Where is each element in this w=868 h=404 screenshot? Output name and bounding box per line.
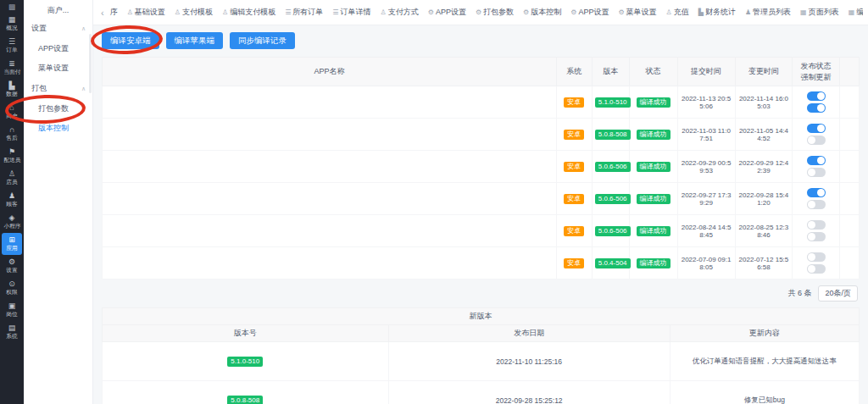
sidebar-module-item[interactable]: ▤ 系统 bbox=[2, 321, 22, 343]
sidebar-module-item[interactable]: ▙ 数据 bbox=[2, 79, 22, 101]
col-release-date: 发布日期 bbox=[388, 325, 670, 342]
module-icon: ⊙ bbox=[8, 279, 15, 288]
cell-release-date: 2022-09-28 15:25:12 bbox=[388, 381, 670, 404]
module-label: 售后 bbox=[6, 134, 17, 141]
tab-item[interactable]: ▦ 页面列表 bbox=[800, 7, 839, 18]
tab-item[interactable]: ☰ 所有订单 bbox=[285, 7, 323, 18]
tab-item[interactable]: ⚙ 版本控制 bbox=[523, 7, 561, 18]
sidebar-module-item[interactable]: ♙ 店员 bbox=[2, 167, 22, 189]
tab-item[interactable]: ⚙ 菜单设置 bbox=[618, 7, 656, 18]
tab-icon: ▦ bbox=[849, 8, 855, 16]
force-update-toggle[interactable] bbox=[807, 264, 826, 274]
module-icon: ♙ bbox=[8, 169, 15, 178]
module-label: 小程序 bbox=[3, 222, 20, 230]
cell-app-name bbox=[103, 247, 557, 279]
sidebar-module-item[interactable]: ⚙ 设置 bbox=[2, 255, 22, 277]
build-table-header-row: APP名称 系统 版本 状态 提交时间 变更时间 发布状态 强制更新 bbox=[103, 58, 860, 86]
sync-compile-records-button[interactable]: 同步编译记录 bbox=[230, 32, 295, 49]
module-icon: ▦ bbox=[8, 15, 16, 24]
version-badge: 5.0.8-508 bbox=[227, 396, 263, 404]
force-update-toggle[interactable] bbox=[807, 200, 826, 209]
publish-status-toggle[interactable] bbox=[807, 91, 826, 101]
tab-label: 版本控制 bbox=[531, 7, 561, 18]
scroll-left-icon[interactable]: ‹ bbox=[97, 8, 108, 18]
tab-label: 序 bbox=[110, 7, 118, 18]
table-row: 安卓 5.0.8-508 编译成功 2022-11-03 11:07:51 20… bbox=[103, 119, 860, 151]
sidebar-module-item[interactable]: ⌂ 商户 bbox=[2, 101, 22, 123]
force-update-toggle[interactable] bbox=[807, 103, 826, 113]
publish-status-toggle[interactable] bbox=[807, 188, 826, 197]
col-submit-time: 提交时间 bbox=[677, 58, 735, 86]
page-size-select[interactable]: 20条/页 bbox=[818, 285, 858, 302]
tab-item[interactable]: ♙ 支付模板 bbox=[175, 7, 213, 18]
force-update-toggle[interactable] bbox=[807, 136, 826, 145]
cell-toggles bbox=[793, 119, 839, 151]
submenu-item-menu-settings[interactable]: 菜单设置 bbox=[24, 58, 92, 78]
tab-item[interactable]: ▦ 编辑自定义页面 bbox=[849, 7, 863, 18]
sidebar-module-item[interactable]: ⊞ 应用 bbox=[2, 233, 22, 255]
sidebar-module-item[interactable]: ♟ 顾客 bbox=[2, 189, 22, 211]
status-badge: 编译成功 bbox=[637, 226, 670, 236]
cell-version-number: 5.0.8-508 bbox=[103, 381, 389, 404]
tab-item[interactable]: ▙ 财务统计 bbox=[698, 7, 736, 18]
tab-item[interactable]: ⚙ APP设置 bbox=[428, 7, 466, 18]
release-row: 5.0.8-508 2022-09-28 15:25:12 修复已知bug bbox=[103, 381, 860, 404]
tab-item[interactable]: ⚙ 打包参数 bbox=[476, 7, 514, 18]
pagination: 共 6 条 20条/页 bbox=[102, 279, 860, 307]
cell-extra bbox=[839, 151, 859, 183]
submenu-scrollbar[interactable] bbox=[89, 34, 92, 93]
sidebar-module-item[interactable]: ⚑ 配送员 bbox=[2, 145, 22, 167]
publish-status-toggle[interactable] bbox=[807, 156, 826, 165]
cell-extra bbox=[839, 247, 859, 279]
cell-system: 安卓 bbox=[556, 247, 592, 279]
tab-icon: ♙ bbox=[381, 8, 387, 16]
force-update-toggle[interactable] bbox=[807, 168, 826, 177]
compile-android-button[interactable]: 编译安卓端 bbox=[102, 32, 159, 49]
publish-status-toggle[interactable] bbox=[807, 252, 826, 262]
primary-sidebar-nav: ▦ 概况 ☰ 订单 ≣ 当面付 ▙ 数据 bbox=[0, 13, 24, 343]
cell-system: 安卓 bbox=[556, 215, 592, 247]
sidebar-module-item[interactable]: ≣ 当面付 bbox=[2, 57, 22, 79]
cell-status: 编译成功 bbox=[629, 151, 677, 183]
cell-update-content: 优化订单通知语音提醒，大大提高通知送达率 bbox=[670, 342, 859, 381]
cell-status: 编译成功 bbox=[629, 119, 677, 151]
tab-item[interactable]: 序 bbox=[108, 7, 118, 18]
module-label: 订单 bbox=[6, 46, 17, 53]
tab-item[interactable]: ⚙ APP设置 bbox=[570, 7, 609, 18]
open-tabs: 序 ♙ 基础设置 ♙ 支付模板 ♙ 编辑支付模板 bbox=[108, 7, 863, 18]
force-update-toggle[interactable] bbox=[807, 232, 826, 241]
col-force-update: 强制更新 bbox=[793, 72, 838, 83]
tab-item[interactable]: ♙ 编辑支付模板 bbox=[222, 7, 275, 18]
tab-item[interactable]: ☰ 订单详情 bbox=[332, 7, 370, 18]
col-system: 系统 bbox=[556, 58, 592, 86]
cell-system: 安卓 bbox=[556, 86, 592, 119]
cell-app-name bbox=[103, 86, 557, 119]
cell-toggles bbox=[793, 151, 839, 183]
group-settings-header[interactable]: 设置 ∧ bbox=[24, 18, 92, 39]
module-label: 系统 bbox=[6, 332, 17, 340]
publish-status-toggle[interactable] bbox=[807, 220, 826, 230]
cell-change-time: 2022-09-29 12:42:39 bbox=[735, 151, 793, 183]
tab-item[interactable]: ♙ 基础设置 bbox=[127, 7, 165, 18]
sidebar-module-item[interactable]: ☰ 订单 bbox=[2, 35, 22, 57]
publish-status-toggle[interactable] bbox=[807, 124, 826, 133]
tab-item[interactable]: ♙ 充值 bbox=[666, 7, 689, 18]
sidebar-module-item[interactable]: ▦ 概况 bbox=[2, 13, 22, 35]
module-label: 店员 bbox=[6, 178, 17, 185]
tab-item[interactable]: ♙ 支付方式 bbox=[381, 7, 419, 18]
group-packaging-header[interactable]: 打包 ∧ bbox=[24, 78, 92, 99]
submenu-item-app-settings[interactable]: APP设置 bbox=[24, 39, 92, 58]
compile-ios-button[interactable]: 编译苹果端 bbox=[166, 32, 224, 49]
cell-change-time: 2022-09-28 15:41:20 bbox=[735, 183, 793, 215]
sidebar-module-item[interactable]: ◈ 小程序 bbox=[2, 211, 22, 233]
submenu-item-packaging-params[interactable]: 打包参数 bbox=[24, 99, 92, 119]
tab-icon: ▦ bbox=[800, 8, 807, 16]
sidebar-module-item[interactable]: ∩ 售后 bbox=[2, 123, 22, 145]
cell-system: 安卓 bbox=[556, 119, 592, 151]
cell-toggles bbox=[793, 183, 839, 215]
sidebar-module-item[interactable]: ⊙ 权限 bbox=[2, 277, 22, 299]
tab-item[interactable]: ♟ 管理员列表 bbox=[745, 7, 791, 18]
sidebar-module-item[interactable]: ▣ 岗位 bbox=[2, 299, 22, 321]
submenu-item-version-control[interactable]: 版本控制 bbox=[24, 119, 92, 138]
group-settings: 设置 ∧ APP设置 菜单设置 bbox=[24, 18, 92, 78]
